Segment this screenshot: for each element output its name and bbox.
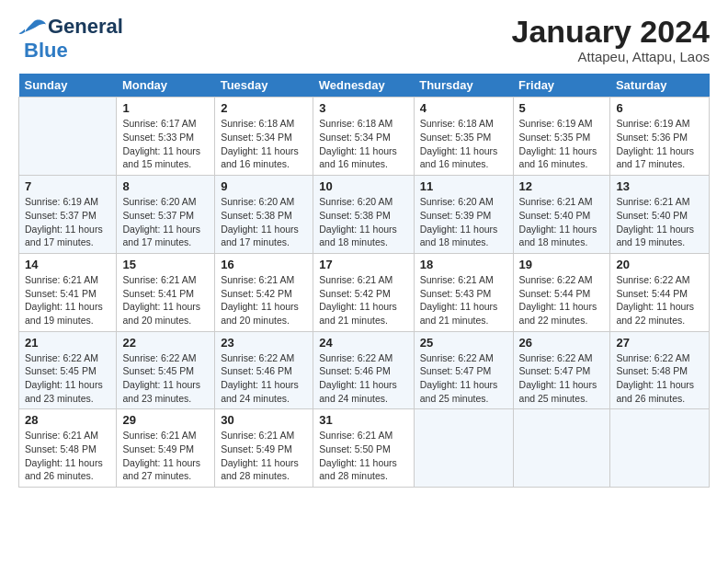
day-number: 17 [319,258,407,271]
table-row: 20Sunrise: 6:22 AMSunset: 5:44 PMDayligh… [610,253,710,331]
day-info: Sunrise: 6:21 AMSunset: 5:49 PMDaylight:… [221,429,307,483]
day-number: 16 [221,258,307,271]
table-row: 2Sunrise: 6:18 AMSunset: 5:34 PMDaylight… [215,98,313,176]
table-row: 19Sunrise: 6:22 AMSunset: 5:44 PMDayligh… [513,253,610,331]
day-number: 28 [25,413,110,427]
day-number: 25 [420,336,507,350]
table-row: 17Sunrise: 6:21 AMSunset: 5:42 PMDayligh… [313,253,414,331]
day-number: 1 [122,101,209,115]
day-info: Sunrise: 6:22 AMSunset: 5:47 PMDaylight:… [420,351,507,406]
day-number: 10 [319,179,407,193]
table-row: 16Sunrise: 6:21 AMSunset: 5:42 PMDayligh… [215,253,313,331]
header-monday: Monday [117,74,215,98]
day-info: Sunrise: 6:18 AMSunset: 5:34 PMDaylight:… [221,117,307,171]
day-number: 3 [319,101,407,115]
calendar-week-row: 7Sunrise: 6:19 AMSunset: 5:37 PMDaylight… [19,176,710,254]
day-number: 19 [519,258,605,271]
day-number: 9 [221,179,307,193]
day-info: Sunrise: 6:22 AMSunset: 5:44 PMDaylight:… [519,273,605,327]
day-info: Sunrise: 6:21 AMSunset: 5:42 PMDaylight:… [221,273,307,327]
day-number: 6 [616,101,703,115]
day-info: Sunrise: 6:22 AMSunset: 5:48 PMDaylight:… [616,351,703,406]
table-row: 18Sunrise: 6:21 AMSunset: 5:43 PMDayligh… [414,253,513,331]
day-info: Sunrise: 6:22 AMSunset: 5:45 PMDaylight:… [122,351,209,406]
day-info: Sunrise: 6:21 AMSunset: 5:41 PMDaylight:… [122,273,209,327]
day-info: Sunrise: 6:19 AMSunset: 5:35 PMDaylight:… [519,117,605,171]
day-info: Sunrise: 6:17 AMSunset: 5:33 PMDaylight:… [122,117,209,171]
day-number: 20 [616,258,703,271]
table-row: 23Sunrise: 6:22 AMSunset: 5:46 PMDayligh… [215,331,313,409]
day-number: 12 [519,179,605,193]
day-info: Sunrise: 6:22 AMSunset: 5:45 PMDaylight:… [25,351,110,406]
title-block: January 2024 Attapeu, Attapu, Laos [512,15,711,64]
day-number: 24 [319,336,407,350]
day-number: 7 [25,179,110,193]
header-tuesday: Tuesday [215,74,313,98]
logo: General Blue [18,15,123,63]
table-row: 10Sunrise: 6:20 AMSunset: 5:38 PMDayligh… [313,176,414,254]
day-number: 18 [420,258,507,271]
header-sunday: Sunday [19,74,117,98]
table-row: 31Sunrise: 6:21 AMSunset: 5:50 PMDayligh… [313,409,414,488]
logo-bird-icon [18,18,48,35]
day-info: Sunrise: 6:20 AMSunset: 5:37 PMDaylight:… [122,195,209,249]
table-row: 6Sunrise: 6:19 AMSunset: 5:36 PMDaylight… [610,98,710,176]
table-row: 30Sunrise: 6:21 AMSunset: 5:49 PMDayligh… [215,409,313,488]
table-row: 5Sunrise: 6:19 AMSunset: 5:35 PMDaylight… [513,98,610,176]
calendar-subtitle: Attapeu, Attapu, Laos [512,49,711,64]
day-info: Sunrise: 6:18 AMSunset: 5:35 PMDaylight:… [420,117,507,171]
table-row: 7Sunrise: 6:19 AMSunset: 5:37 PMDaylight… [19,176,117,254]
calendar-week-row: 1Sunrise: 6:17 AMSunset: 5:33 PMDaylight… [19,98,710,176]
table-row: 13Sunrise: 6:21 AMSunset: 5:40 PMDayligh… [610,176,710,254]
header-wednesday: Wednesday [313,74,414,98]
table-row: 29Sunrise: 6:21 AMSunset: 5:49 PMDayligh… [117,409,215,488]
calendar-week-row: 21Sunrise: 6:22 AMSunset: 5:45 PMDayligh… [19,331,710,409]
table-row: 22Sunrise: 6:22 AMSunset: 5:45 PMDayligh… [117,331,215,409]
day-number: 15 [122,258,209,271]
day-number: 21 [25,336,110,350]
table-row [513,409,610,488]
day-number: 27 [616,336,703,350]
table-row: 8Sunrise: 6:20 AMSunset: 5:37 PMDaylight… [117,176,215,254]
day-info: Sunrise: 6:21 AMSunset: 5:50 PMDaylight:… [319,429,407,483]
day-info: Sunrise: 6:21 AMSunset: 5:41 PMDaylight:… [25,273,110,327]
day-info: Sunrise: 6:19 AMSunset: 5:36 PMDaylight:… [616,117,703,171]
calendar-week-row: 28Sunrise: 6:21 AMSunset: 5:48 PMDayligh… [19,409,710,488]
day-number: 11 [420,179,507,193]
table-row: 9Sunrise: 6:20 AMSunset: 5:38 PMDaylight… [215,176,313,254]
table-row: 26Sunrise: 6:22 AMSunset: 5:47 PMDayligh… [513,331,610,409]
day-info: Sunrise: 6:20 AMSunset: 5:38 PMDaylight:… [221,195,307,249]
logo-general: General [48,15,123,39]
day-number: 13 [616,179,703,193]
day-number: 23 [221,336,307,350]
day-number: 29 [122,413,209,427]
table-row: 27Sunrise: 6:22 AMSunset: 5:48 PMDayligh… [610,331,710,409]
day-number: 26 [519,336,605,350]
calendar-title: January 2024 [512,15,711,49]
header: General Blue January 2024 Attapeu, Attap… [18,15,710,64]
table-row: 14Sunrise: 6:21 AMSunset: 5:41 PMDayligh… [19,253,117,331]
day-info: Sunrise: 6:20 AMSunset: 5:38 PMDaylight:… [319,195,407,249]
day-number: 31 [319,413,407,427]
day-info: Sunrise: 6:21 AMSunset: 5:48 PMDaylight:… [25,429,110,483]
table-row: 15Sunrise: 6:21 AMSunset: 5:41 PMDayligh… [117,253,215,331]
table-row [19,98,117,176]
page: General Blue January 2024 Attapeu, Attap… [0,0,728,563]
table-row: 12Sunrise: 6:21 AMSunset: 5:40 PMDayligh… [513,176,610,254]
day-info: Sunrise: 6:21 AMSunset: 5:43 PMDaylight:… [420,273,507,327]
table-row: 21Sunrise: 6:22 AMSunset: 5:45 PMDayligh… [19,331,117,409]
weekday-header-row: Sunday Monday Tuesday Wednesday Thursday… [19,74,710,98]
table-row [610,409,710,488]
day-info: Sunrise: 6:21 AMSunset: 5:40 PMDaylight:… [616,195,703,249]
day-number: 14 [25,258,110,271]
day-info: Sunrise: 6:22 AMSunset: 5:47 PMDaylight:… [519,351,605,406]
table-row: 25Sunrise: 6:22 AMSunset: 5:47 PMDayligh… [414,331,513,409]
table-row: 28Sunrise: 6:21 AMSunset: 5:48 PMDayligh… [19,409,117,488]
day-number: 2 [221,101,307,115]
calendar-table: Sunday Monday Tuesday Wednesday Thursday… [18,74,710,488]
header-thursday: Thursday [414,74,513,98]
table-row [414,409,513,488]
calendar-body: 1Sunrise: 6:17 AMSunset: 5:33 PMDaylight… [19,98,710,488]
logo-blue: Blue [24,39,68,63]
header-friday: Friday [513,74,610,98]
